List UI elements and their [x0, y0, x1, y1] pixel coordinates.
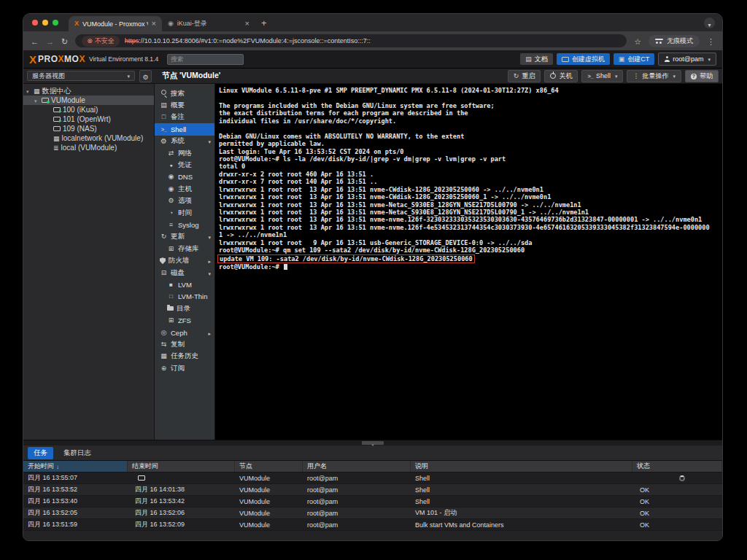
- nav-item[interactable]: LVM: [155, 279, 214, 290]
- nav-item[interactable]: 系统: [155, 136, 214, 147]
- forward-button[interactable]: [46, 35, 54, 47]
- splitter-handle-icon[interactable]: [362, 441, 384, 445]
- nav-item[interactable]: 任务历史: [155, 351, 214, 362]
- column-end-time[interactable]: 结束时间: [128, 461, 235, 472]
- nav-item[interactable]: 概要: [155, 99, 214, 111]
- terminal-line: lrwxrwxrwx 1 root root 13 Apr 16 13:51 n…: [219, 193, 722, 201]
- task-user: root@pam: [303, 475, 411, 482]
- nav-item[interactable]: 订阅: [155, 362, 214, 374]
- nav-item[interactable]: 存储库: [155, 243, 214, 254]
- nav-caret-icon: [208, 257, 211, 265]
- security-badge[interactable]: 不安全: [82, 36, 120, 47]
- panel-splitter[interactable]: [23, 440, 722, 446]
- tab-tasks[interactable]: 任务: [28, 447, 53, 459]
- bookmark-star-icon[interactable]: [634, 35, 641, 47]
- tree-twisty-icon[interactable]: [26, 87, 31, 95]
- create-ct-button[interactable]: 创建CT: [614, 53, 655, 65]
- reload-button[interactable]: [61, 35, 68, 47]
- column-node[interactable]: 节点: [235, 461, 303, 472]
- tree-item[interactable]: 数据中心: [23, 86, 154, 96]
- tab-close-icon[interactable]: [245, 20, 249, 28]
- tree-item-label: localnetwork (VUModule): [62, 134, 144, 142]
- nav-item[interactable]: 备注: [155, 112, 214, 123]
- nav-item-label: 防火墙: [169, 256, 190, 265]
- create-vm-button[interactable]: 创建虚拟机: [557, 53, 610, 65]
- nav-item-icon: [167, 186, 175, 192]
- nav-item[interactable]: 更新: [155, 231, 214, 243]
- task-description: Shell: [411, 486, 632, 494]
- shutdown-button[interactable]: 关机: [544, 70, 578, 82]
- nav-item[interactable]: 凭证: [155, 159, 214, 171]
- tab-cluster-log[interactable]: 集群日志: [58, 447, 97, 459]
- minimize-window-button[interactable]: [42, 20, 48, 26]
- nav-item[interactable]: LVM-Thin: [155, 291, 214, 303]
- tab-close-icon[interactable]: [152, 20, 156, 28]
- column-user[interactable]: 用户名: [303, 461, 411, 472]
- shell-terminal[interactable]: Linux VUModule 6.5.11-8-pve #1 SMP PREEM…: [215, 84, 722, 440]
- restart-icon: [514, 73, 519, 79]
- nav-item-label: 搜索: [171, 89, 185, 98]
- nav-item[interactable]: 防火墙: [155, 254, 214, 266]
- tree-twisty-icon[interactable]: [34, 96, 39, 104]
- nav-item[interactable]: 选项: [155, 195, 214, 207]
- tree-item[interactable]: 109 (NAS): [23, 124, 154, 133]
- close-window-button[interactable]: [32, 20, 38, 26]
- horizontal-scrollbar[interactable]: [347, 540, 398, 541]
- nav-item-label: 备注: [171, 112, 185, 122]
- terminal-line: drwxr-xr-x 2 root root 460 Apr 16 13:51 …: [219, 171, 722, 178]
- task-row[interactable]: 四月 16 13:55:07 VUModule root@pam Shell: [23, 472, 722, 484]
- browser-tab-proxmox[interactable]: VUModule - Proxmox Virtual E: [69, 16, 162, 31]
- pve-version-label: Virtual Environment 8.1.4: [89, 55, 158, 63]
- column-status[interactable]: 状态: [632, 461, 722, 472]
- new-tab-button[interactable]: [261, 17, 267, 28]
- nav-item-icon: [167, 210, 175, 217]
- tree-item[interactable]: local (VUModule): [23, 143, 154, 152]
- view-selector[interactable]: 服务器视图: [27, 71, 135, 81]
- nav-item[interactable]: 主机: [155, 183, 214, 195]
- nav-item[interactable]: 复制: [155, 338, 214, 350]
- nav-item[interactable]: 磁盘: [155, 267, 214, 279]
- task-row[interactable]: 四月 16 13:51:59 四月 16 13:52:09 VUModule r…: [23, 519, 722, 531]
- browser-tab-ikuai[interactable]: iKuai-登录: [162, 16, 255, 31]
- node-toolbar: 服务器视图 节点 'VUModule' 重启 关机 Shell: [23, 69, 722, 84]
- nav-item-icon: [160, 257, 166, 264]
- documentation-button[interactable]: 文档: [520, 53, 553, 65]
- nav-item[interactable]: Syslog: [155, 219, 214, 230]
- shell-dropdown-button[interactable]: Shell: [581, 70, 623, 82]
- terminal-line: root@VUModule:~# ls -la /dev/disk/by-id/…: [219, 155, 722, 163]
- task-row[interactable]: 四月 16 13:53:52 四月 16 14:01:38 VUModule r…: [23, 484, 722, 496]
- view-settings-button[interactable]: [139, 70, 152, 82]
- restart-button[interactable]: 重启: [508, 70, 541, 82]
- back-button[interactable]: [31, 35, 39, 47]
- nav-item[interactable]: 搜索: [155, 88, 214, 99]
- nav-item[interactable]: Ceph: [155, 327, 214, 338]
- tree-item[interactable]: 101 (OpenWrt): [23, 114, 154, 124]
- bulk-actions-button[interactable]: 批量操作: [627, 70, 681, 82]
- task-row[interactable]: 四月 16 13:52:05 四月 16 13:52:06 VUModule r…: [23, 508, 722, 519]
- nav-item[interactable]: 网络: [155, 147, 214, 159]
- nav-item[interactable]: Shell: [155, 123, 214, 135]
- pve-search-input[interactable]: [167, 54, 244, 65]
- user-menu-button[interactable]: root@pam: [658, 52, 716, 66]
- tab-search-button[interactable]: [704, 18, 715, 28]
- nav-item[interactable]: 时间: [155, 207, 214, 219]
- task-status: OK: [632, 521, 722, 529]
- address-bar[interactable]: 不安全 https://10.10.10.254:8006/#v1:0:=nod…: [75, 34, 627, 47]
- tree-item[interactable]: VUModule: [23, 96, 154, 105]
- tree-item-label: local (VUModule): [61, 144, 117, 152]
- task-row[interactable]: 四月 16 13:53:40 四月 16 13:53:42 VUModule r…: [23, 496, 722, 508]
- chevron-down-icon: [615, 72, 618, 79]
- nav-item-icon: [160, 353, 168, 359]
- browser-menu-button[interactable]: [707, 35, 715, 47]
- fullscreen-window-button[interactable]: [53, 20, 58, 26]
- column-description[interactable]: 说明: [411, 461, 632, 472]
- nav-item[interactable]: DNS: [155, 171, 214, 183]
- nav-item[interactable]: ZFS: [155, 314, 214, 326]
- tree-item[interactable]: 100 (iKuai): [23, 105, 154, 114]
- task-start-time: 四月 16 13:53:52: [23, 485, 128, 494]
- tree-item[interactable]: localnetwork (VUModule): [23, 133, 154, 143]
- help-button[interactable]: 帮助: [685, 70, 719, 82]
- terminal-line: The programs included with the Debian GN…: [219, 102, 722, 109]
- nav-item[interactable]: 目录: [155, 303, 214, 314]
- column-start-time[interactable]: 开始时间: [23, 461, 128, 472]
